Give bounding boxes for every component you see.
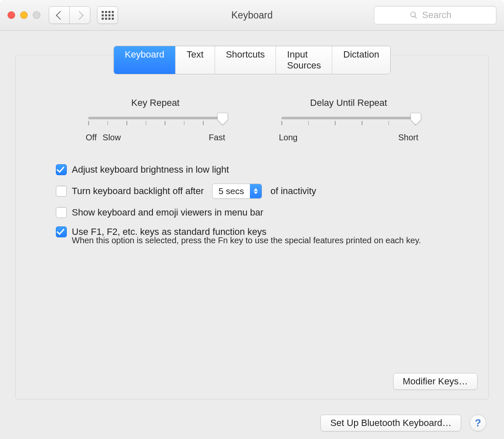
label-show-viewers: Show keyboard and emoji viewers in menu … <box>72 207 263 218</box>
label-fast: Fast <box>209 133 225 142</box>
checkbox-show-viewers[interactable] <box>56 207 67 218</box>
label-backlight-prefix: Turn keyboard backlight off after <box>72 186 204 197</box>
backlight-timeout-value: 5 secs <box>213 184 250 198</box>
tab-text[interactable]: Text <box>176 46 215 74</box>
options: Adjust keyboard brightness in low light … <box>56 164 488 245</box>
checkbox-fn-keys[interactable] <box>56 226 67 237</box>
delay-labels: Long Short <box>279 133 418 142</box>
search-icon <box>410 11 418 19</box>
tab-keyboard[interactable]: Keyboard <box>114 46 176 74</box>
footer: Set Up Bluetooth Keyboard… ? <box>0 415 504 431</box>
delay-title: Delay Until Repeat <box>277 97 420 108</box>
hint-fn-keys: When this option is selected, press the … <box>72 236 488 245</box>
slider-track <box>88 117 223 119</box>
minimize-icon[interactable] <box>20 11 28 19</box>
grid-icon <box>102 11 114 20</box>
nav-buttons <box>49 6 118 24</box>
sliders: Key Repeat Off Slow Fast <box>16 97 488 142</box>
slider-track <box>281 117 416 119</box>
slider-ticks <box>281 121 416 125</box>
panel: Key Repeat Off Slow Fast <box>15 55 489 400</box>
window: Keyboard Keyboard Text Shortcuts Input S… <box>0 0 504 439</box>
backlight-timeout-select[interactable]: 5 secs <box>212 184 262 199</box>
tab-bar: Keyboard Text Shortcuts Input Sources Di… <box>113 46 391 74</box>
key-repeat-title: Key Repeat <box>84 97 227 108</box>
slider-ticks <box>88 121 223 125</box>
checkbox-adjust-brightness[interactable] <box>56 164 67 175</box>
checkbox-backlight-off[interactable] <box>56 186 67 197</box>
chevron-right-icon <box>74 11 83 19</box>
tab-dictation[interactable]: Dictation <box>332 46 390 74</box>
select-stepper-icon <box>250 184 262 198</box>
help-icon: ? <box>475 417 481 429</box>
key-repeat-slider[interactable] <box>88 116 223 130</box>
key-repeat-group: Key Repeat Off Slow Fast <box>84 97 227 142</box>
label-adjust-brightness: Adjust keyboard brightness in low light <box>72 164 229 175</box>
search-field[interactable] <box>374 6 496 24</box>
modifier-keys-area: Modifier Keys… <box>393 373 478 390</box>
close-icon[interactable] <box>8 11 15 19</box>
zoom-icon[interactable] <box>33 11 40 19</box>
label-backlight-suffix: of inactivity <box>270 186 316 197</box>
tab-shortcuts[interactable]: Shortcuts <box>215 46 276 74</box>
row-adjust-brightness: Adjust keyboard brightness in low light <box>56 164 488 175</box>
row-backlight-off: Turn keyboard backlight off after 5 secs… <box>56 184 488 199</box>
label-long: Long <box>279 133 298 142</box>
label-off: Off <box>86 133 97 142</box>
modifier-keys-button[interactable]: Modifier Keys… <box>393 373 478 390</box>
row-show-viewers: Show keyboard and emoji viewers in menu … <box>56 207 488 218</box>
key-repeat-labels: Off Slow Fast <box>86 133 225 142</box>
chevron-left-icon <box>55 11 64 19</box>
slider-thumb[interactable] <box>217 113 228 125</box>
body: Keyboard Text Shortcuts Input Sources Di… <box>0 31 504 439</box>
delay-group: Delay Until Repeat Long Short <box>277 97 420 142</box>
forward-button[interactable] <box>69 6 90 24</box>
tab-input-sources[interactable]: Input Sources <box>276 46 333 74</box>
delay-slider[interactable] <box>281 116 416 130</box>
slider-thumb[interactable] <box>410 113 421 125</box>
window-controls <box>8 11 40 19</box>
label-slow: Slow <box>102 133 121 142</box>
show-all-button[interactable] <box>97 6 118 24</box>
titlebar: Keyboard <box>0 0 504 31</box>
bluetooth-keyboard-button[interactable]: Set Up Bluetooth Keyboard… <box>320 415 461 431</box>
help-button[interactable]: ? <box>470 415 486 431</box>
search-input[interactable] <box>421 9 461 21</box>
back-button[interactable] <box>49 6 70 24</box>
label-short: Short <box>398 133 418 142</box>
